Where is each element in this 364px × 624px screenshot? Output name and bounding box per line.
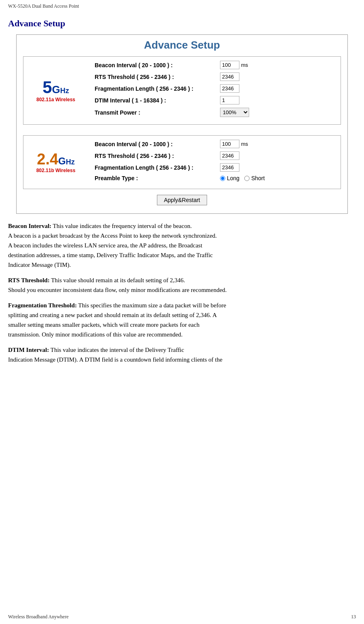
- dtim-interval-desc: DTIM Interval: This value indicates the …: [8, 345, 356, 364]
- transmit-power-5g-select[interactable]: 100% 75% 50% 25%: [220, 108, 249, 117]
- description-section: Beacon Interval: This value indicates th…: [8, 221, 356, 364]
- header-text: WX-5520A Dual Band Access Point: [8, 3, 79, 9]
- frag-length-24g-input[interactable]: [220, 163, 239, 172]
- beacon-interval-desc: Beacon Interval: This value indicates th…: [8, 221, 356, 270]
- band-24ghz-logo: 2.4GHz 802.11b Wireless: [23, 136, 88, 189]
- page-footer: Wireless Broadband Anywhere 13: [8, 614, 356, 620]
- frag-length-5g-input[interactable]: [220, 84, 239, 93]
- transmit-power-5g-select-wrap: 100% 75% 50% 25%: [220, 108, 249, 117]
- frag-length-5g-label: Fragmentation Length ( 256 - 2346 ) :: [95, 85, 220, 92]
- preamble-short-label: Short: [251, 175, 265, 181]
- frag-threshold-desc: Fragmentation Threshold: This specifies …: [8, 300, 356, 339]
- preamble-long-label: Long: [227, 175, 239, 181]
- spacer: [17, 128, 347, 132]
- logo-5ghz: 5GHz: [42, 79, 69, 96]
- preamble-long-radio[interactable]: [220, 176, 225, 181]
- apply-restart-button[interactable]: Apply&Restart: [157, 195, 207, 205]
- frag-length-5g-row: Fragmentation Length ( 256 - 2346 ) :: [95, 84, 334, 93]
- band-5ghz-standard: 802.11a Wireless: [36, 97, 75, 102]
- dtim-interval-term: DTIM Interval:: [8, 347, 49, 353]
- rts-threshold-5g-label: RTS Threshold ( 256 - 2346 ) :: [95, 74, 220, 80]
- advance-setup-box-title: Advance Setup: [17, 39, 347, 51]
- footer-left: Wireless Broadband Anywhere: [8, 614, 68, 620]
- beacon-interval-desc-text: This value indicates the frequency inter…: [8, 223, 217, 268]
- preamble-long-option[interactable]: Long: [220, 175, 239, 181]
- rts-threshold-24g-input[interactable]: [220, 151, 239, 160]
- frag-length-24g-label: Fragmentation Length ( 256 - 2346 ) :: [95, 164, 220, 171]
- beacon-interval-24g-input[interactable]: [220, 140, 239, 148]
- transmit-power-5g-label: Transmit Power :: [95, 109, 220, 116]
- preamble-type-24g-row: Preamble Type : Long Short: [95, 175, 334, 181]
- beacon-interval-5g-unit: ms: [241, 62, 248, 68]
- apply-row: Apply&Restart: [17, 195, 347, 205]
- rts-threshold-term: RTS Threshold:: [8, 277, 50, 283]
- transmit-power-5g-row: Transmit Power : 100% 75% 50% 25%: [95, 108, 334, 117]
- advance-setup-box: Advance Setup 5GHz 802.11a Wireless Beac…: [16, 34, 348, 214]
- preamble-short-radio[interactable]: [244, 176, 250, 181]
- rts-threshold-24g-row: RTS Threshold ( 256 - 2346 ) :: [95, 151, 334, 160]
- band-24ghz-standard: 802.11b Wireless: [36, 168, 76, 173]
- band-24ghz-section: 2.4GHz 802.11b Wireless Beacon Interval …: [23, 135, 341, 189]
- band-5ghz-logo: 5GHz 802.11a Wireless: [23, 57, 88, 124]
- band-24ghz-form: Beacon Interval ( 20 - 1000 ) : ms RTS T…: [88, 136, 341, 189]
- section-title: Advance Setup: [8, 18, 356, 29]
- preamble-type-radio-group: Long Short: [220, 175, 265, 181]
- beacon-interval-5g-input[interactable]: [220, 61, 239, 69]
- beacon-interval-5g-label: Beacon Interval ( 20 - 1000 ) :: [95, 62, 220, 68]
- frag-threshold-term: Fragmentation Threshold:: [8, 302, 77, 309]
- band-5ghz-form: Beacon Interval ( 20 - 1000 ) : ms RTS T…: [88, 57, 341, 124]
- beacon-interval-term: Beacon Interval:: [8, 223, 51, 229]
- dtim-interval-5g-input[interactable]: [220, 96, 239, 104]
- preamble-type-24g-label: Preamble Type :: [95, 175, 220, 181]
- beacon-interval-24g-row: Beacon Interval ( 20 - 1000 ) : ms: [95, 140, 334, 148]
- page-header: WX-5520A Dual Band Access Point: [8, 0, 356, 11]
- beacon-interval-24g-unit: ms: [241, 141, 248, 147]
- footer-right: 13: [351, 614, 356, 620]
- rts-threshold-desc: RTS Threshold: This value should remain …: [8, 275, 356, 295]
- band-5ghz-section: 5GHz 802.11a Wireless Beacon Interval ( …: [23, 56, 341, 125]
- dtim-interval-5g-label: DTIM Interval ( 1 - 16384 ) :: [95, 97, 220, 104]
- preamble-short-option[interactable]: Short: [244, 175, 265, 181]
- beacon-interval-24g-label: Beacon Interval ( 20 - 1000 ) :: [95, 141, 220, 147]
- dtim-interval-5g-row: DTIM Interval ( 1 - 16384 ) :: [95, 96, 334, 104]
- rts-threshold-5g-input[interactable]: [220, 72, 239, 81]
- rts-threshold-5g-row: RTS Threshold ( 256 - 2346 ) :: [95, 72, 334, 81]
- rts-threshold-24g-label: RTS Threshold ( 256 - 2346 ) :: [95, 153, 220, 159]
- frag-length-24g-row: Fragmentation Length ( 256 - 2346 ) :: [95, 163, 334, 172]
- logo-24ghz: 2.4GHz: [37, 151, 75, 167]
- beacon-interval-5g-row: Beacon Interval ( 20 - 1000 ) : ms: [95, 61, 334, 69]
